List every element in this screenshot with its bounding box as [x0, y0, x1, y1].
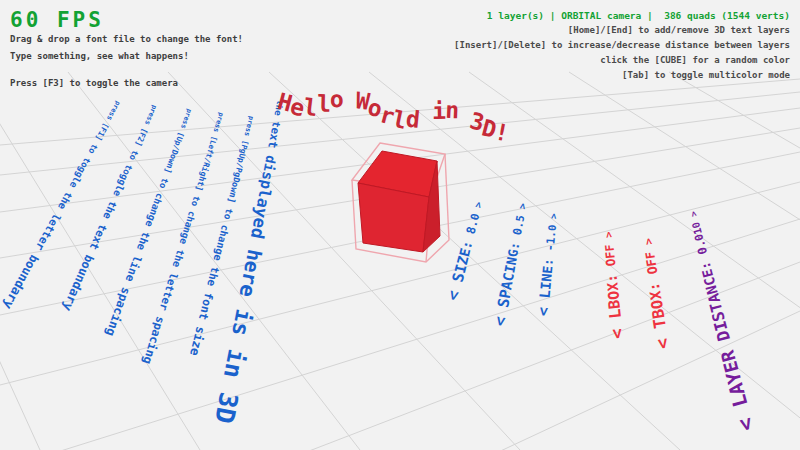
status-line: 1 layer(s) | ORBITAL camera | 386 quads …	[454, 8, 790, 23]
fps-counter: 60 FPS	[10, 8, 104, 32]
hint-type-something: Type something, see what happens!	[10, 51, 189, 61]
hud-right: 1 layer(s) | ORBITAL camera | 386 quads …	[454, 8, 790, 83]
help-cube-random-color: click the [CUBE] for a random color	[454, 53, 790, 68]
help-add-remove-layers: [Home]/[End] to add/remove 3D text layer…	[454, 23, 790, 38]
cube[interactable]	[358, 151, 440, 252]
hud-left: 60 FPS Drag & drop a font file to change…	[10, 8, 104, 32]
hint-drag-drop-font: Drag & drop a font file to change the fo…	[10, 34, 243, 44]
3d-viewport[interactable]: press [F1] to toggle the letter boundary…	[0, 0, 800, 450]
hint-toggle-camera: Press [F3] to toggle the camera	[10, 78, 178, 88]
help-multicolor-mode: [Tab] to toggle multicolor mode	[454, 68, 790, 83]
help-layer-distance: [Insert]/[Delete] to increase/decrease d…	[454, 38, 790, 53]
